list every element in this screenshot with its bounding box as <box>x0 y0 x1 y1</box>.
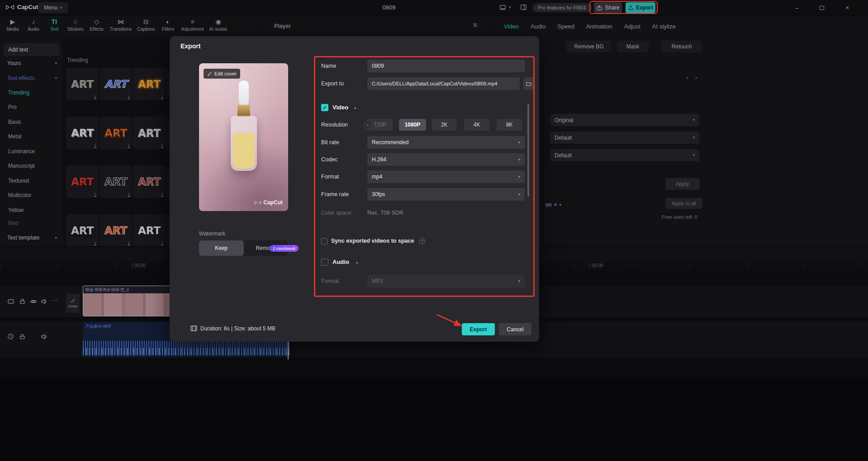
annotation-arrow <box>431 311 469 331</box>
annotation-box-export-settings <box>314 56 535 297</box>
pencil-icon <box>207 71 212 76</box>
cover-preview: Edit cover CapCut <box>199 63 288 211</box>
capcut-watermark: CapCut <box>254 199 283 206</box>
dialog-title: Export <box>180 42 200 50</box>
bottle-dropper <box>239 80 249 106</box>
watermark-label: Watermark <box>199 230 225 237</box>
uses-per-week-badge: 2 uses/week <box>270 245 299 252</box>
annotation-box-share-export <box>589 1 658 14</box>
bottle-body <box>231 116 257 171</box>
cancel-button[interactable]: Cancel <box>499 323 531 335</box>
bottle-liquid <box>233 133 255 168</box>
export-summary: Duration: 6s | Size: about 5 MB <box>200 325 275 332</box>
edit-cover-button[interactable]: Edit cover <box>204 69 240 79</box>
keep-watermark-button[interactable]: Keep <box>199 240 244 256</box>
capcut-logo-icon <box>254 200 261 205</box>
film-icon <box>190 325 198 332</box>
bottle-collar <box>237 105 250 117</box>
